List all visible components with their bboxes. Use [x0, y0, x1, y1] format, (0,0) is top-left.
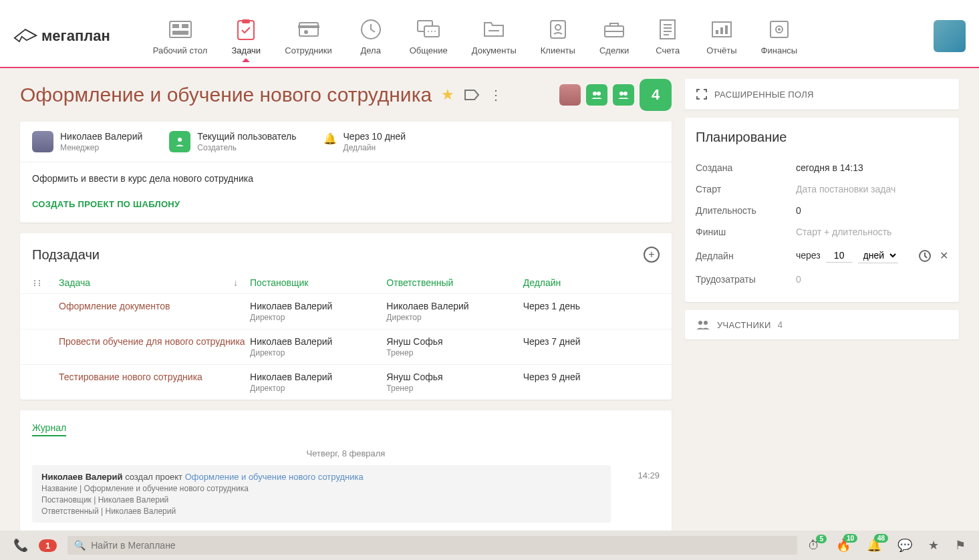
column-task[interactable]: Задача↓	[59, 277, 250, 288]
column-responsible[interactable]: Ответственный	[386, 277, 523, 288]
participants-panel[interactable]: УЧАСТНИКИ 4	[685, 310, 959, 339]
more-icon[interactable]: ⋮	[489, 87, 503, 103]
nav-label: Документы	[472, 45, 517, 55]
svg-point-27	[597, 92, 601, 96]
owner-name: Николаев Валерий	[250, 372, 386, 382]
tasks-icon	[231, 17, 261, 41]
task-link[interactable]: Провести обучение для нового сотрудника	[59, 336, 245, 347]
plan-finish-row[interactable]: Финиш Старт + длительность	[696, 221, 948, 243]
nav-label: Клиенты	[541, 45, 575, 55]
participants-count: 4	[778, 319, 783, 330]
nav-chat[interactable]: Общение	[407, 12, 450, 61]
tag-icon[interactable]	[464, 89, 480, 101]
nav-reports[interactable]: Отчёты	[704, 12, 739, 61]
alert-status[interactable]: ⚑	[955, 538, 966, 553]
description: Оформить и ввести в курс дела нового сот…	[32, 173, 660, 184]
fire-status[interactable]: 🔥10	[836, 538, 851, 553]
creator-item[interactable]: Текущий пользователь Создатель	[169, 131, 296, 152]
invoice-icon	[653, 17, 682, 41]
user-avatar[interactable]	[934, 20, 966, 52]
svg-point-13	[431, 31, 432, 32]
deadline-item[interactable]: 🔔 Через 10 дней Дедлайн	[323, 131, 406, 152]
nav-documents[interactable]: Документы	[469, 12, 519, 61]
logo-text: мегаплан	[41, 27, 110, 45]
column-deadline[interactable]: Дедлайн	[523, 277, 660, 288]
row-deadline: Через 1 день	[523, 301, 660, 311]
clients-icon	[543, 17, 573, 41]
clear-icon[interactable]: ✕	[940, 249, 948, 262]
svg-point-16	[555, 25, 561, 30]
nav-tasks[interactable]: Задачи	[229, 12, 263, 61]
bell-status[interactable]: 🔔48	[867, 538, 881, 553]
status-icons: ⏱5 🔥10 🔔48 💬 ★ ⚑	[808, 538, 966, 553]
nav-finance[interactable]: Финансы	[758, 12, 801, 61]
table-row[interactable]: Оформление документов Николаев ВалерийДи…	[20, 293, 672, 329]
journal-tab[interactable]: Журнал	[32, 422, 66, 436]
search-wrap[interactable]: 🔍	[67, 536, 797, 555]
deadline-value-input[interactable]	[826, 249, 853, 263]
create-template-link[interactable]: СОЗДАТЬ ПРОЕКТ ПО ШАБЛОНУ	[32, 199, 180, 209]
resp-role: Директор	[386, 313, 523, 322]
manager-role: Менеджер	[60, 143, 142, 152]
group-count-badge[interactable]: 4	[640, 79, 672, 111]
manager-avatar	[32, 131, 53, 152]
search-input[interactable]	[91, 540, 791, 551]
safe-icon	[764, 17, 794, 41]
journal-project-link[interactable]: Оформление и обучение нового сотрудника	[185, 472, 364, 482]
add-subtask-button[interactable]: +	[644, 247, 660, 263]
nav-label: Финансы	[761, 45, 798, 55]
journal-author: Николаев Валерий	[41, 472, 123, 482]
group-badge-1[interactable]	[586, 84, 607, 106]
deadline-unit-select[interactable]: дней	[858, 248, 898, 263]
svg-rect-22	[725, 25, 728, 34]
star-icon[interactable]: ★	[441, 86, 454, 104]
table-row[interactable]: Тестирование нового сотрудника Николаев …	[20, 364, 672, 400]
column-handle-icon[interactable]: ⫶⫶	[32, 277, 59, 288]
task-link[interactable]: Тестирование нового сотрудника	[59, 372, 202, 382]
column-owner[interactable]: Постановщик	[250, 277, 386, 288]
nav-items: Рабочий стол Задачи Сотрудники Дела Обще…	[150, 12, 934, 61]
phone-icon[interactable]: 📞	[13, 538, 28, 553]
bell-icon: 🔔	[323, 132, 337, 145]
svg-point-29	[623, 92, 627, 96]
nav-clients[interactable]: Клиенты	[538, 12, 578, 61]
extended-fields-panel[interactable]: РАСШИРЕННЫЕ ПОЛЯ	[685, 79, 959, 110]
participant-avatar[interactable]	[559, 84, 581, 106]
star-status[interactable]: ★	[928, 538, 939, 553]
timer-status[interactable]: ⏱5	[808, 539, 820, 553]
call-badge[interactable]: 1	[39, 539, 57, 552]
clock-icon[interactable]	[918, 249, 932, 263]
folder-icon	[479, 17, 509, 41]
nav-desktop[interactable]: Рабочий стол	[150, 12, 211, 61]
svg-rect-7	[298, 25, 319, 28]
nav-label: Сделки	[599, 45, 629, 55]
task-link[interactable]: Оформление документов	[59, 301, 170, 311]
group-badge-2[interactable]	[613, 84, 634, 106]
chat-status[interactable]: 💬	[897, 538, 912, 553]
manager-name: Николаев Валерий	[60, 131, 142, 142]
subtasks-card: Подзадачи + ⫶⫶ Задача↓ Постановщик Ответ…	[20, 233, 672, 400]
nav-employees[interactable]: Сотрудники	[282, 12, 334, 61]
plan-labor-row[interactable]: Трудозатраты 0	[696, 269, 948, 290]
page-title: Оформление и обучение нового сотрудника	[20, 84, 432, 106]
logo[interactable]: мегаплан	[13, 27, 110, 45]
svg-point-32	[698, 321, 702, 325]
resp-name: Николаев Валерий	[386, 301, 523, 311]
plan-deadline-row: Дедлайн через дней ✕	[696, 243, 948, 269]
logo-icon	[13, 27, 37, 45]
table-row[interactable]: Провести обучение для нового сотрудника …	[20, 329, 672, 364]
svg-point-25	[778, 28, 781, 31]
svg-rect-1	[172, 24, 179, 28]
plan-duration-row[interactable]: Длительность 0	[696, 200, 948, 221]
plan-start-row[interactable]: Старт Дата постановки задач	[696, 178, 948, 200]
subtasks-title: Подзадачи	[32, 247, 100, 263]
nav-sales[interactable]: Сделки	[597, 12, 632, 61]
manager-item[interactable]: Николаев Валерий Менеджер	[32, 131, 142, 152]
nav-invoices[interactable]: Счета	[650, 12, 685, 61]
nav-deals[interactable]: Дела	[354, 12, 388, 61]
owner-role: Директор	[250, 384, 386, 393]
nav-label: Задачи	[231, 45, 261, 55]
svg-rect-2	[182, 24, 188, 28]
svg-rect-0	[170, 21, 191, 37]
row-deadline: Через 7 дней	[523, 336, 660, 347]
